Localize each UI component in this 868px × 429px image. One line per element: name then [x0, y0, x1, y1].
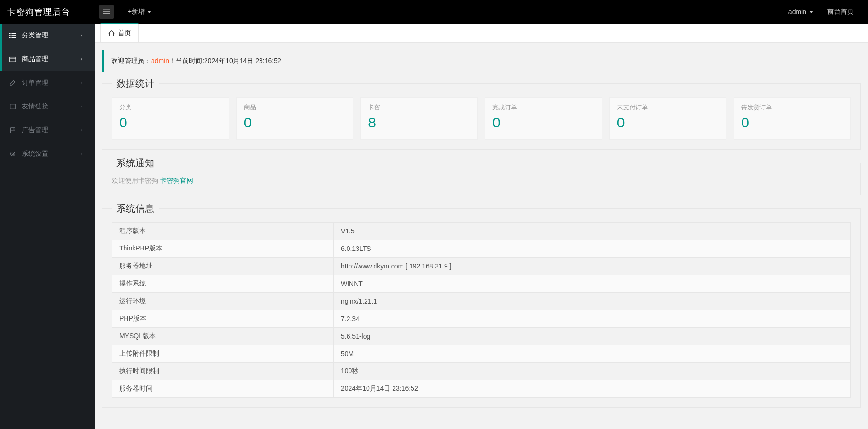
notice-fieldset: 系统通知 欢迎使用卡密狗 卡密狗官网 [102, 157, 861, 195]
chevron-right-icon: 〉 [80, 56, 85, 63]
table-row: 服务器地址http://www.dkym.com [ 192.168.31.9 … [112, 258, 851, 275]
stat-card[interactable]: 未支付订单0 [609, 97, 727, 140]
svg-rect-6 [11, 35, 16, 36]
svg-rect-9 [10, 57, 16, 62]
top-header: 卡密狗管理后台 +新增 admin 前台首页 [0, 0, 868, 24]
sysinfo-value: 2024年10月14日 23:16:52 [334, 380, 851, 398]
stat-card[interactable]: 完成订单0 [485, 97, 602, 140]
sysinfo-key: 程序版本 [112, 223, 334, 240]
chevron-right-icon: 〉 [80, 32, 85, 39]
table-row: 服务器时间2024年10月14日 23:16:52 [112, 380, 851, 398]
sidebar-item-label: 分类管理 [22, 31, 48, 40]
sysinfo-value: WINNT [334, 275, 851, 293]
tab-home[interactable]: 首页 [100, 23, 139, 42]
sysinfo-title: 系统信息 [112, 202, 159, 215]
sysinfo-key: PHP版本 [112, 310, 334, 328]
sidebar-item-order[interactable]: 订单管理 〉 [0, 71, 95, 95]
svg-point-13 [12, 153, 14, 155]
sysinfo-value: V1.5 [334, 223, 851, 240]
sysinfo-value: 6.0.13LTS [334, 240, 851, 258]
chevron-right-icon: 〉 [80, 127, 85, 134]
sysinfo-value: 100秒 [334, 363, 851, 380]
chevron-right-icon: 〉 [80, 80, 85, 87]
main-content: 首页 欢迎管理员：admin！当前时间:2024年10月14日 23:16:52… [95, 24, 868, 429]
stat-value: 0 [492, 115, 595, 131]
welcome-suffix: ！当前时间:2024年10月14日 23:16:52 [169, 57, 281, 64]
stat-label: 卡密 [368, 103, 470, 112]
sysinfo-value: 50M [334, 345, 851, 363]
stat-card[interactable]: 分类0 [112, 97, 229, 140]
sysinfo-key: 操作系统 [112, 275, 334, 293]
stat-value: 0 [119, 115, 222, 131]
sysinfo-key: 上传附件限制 [112, 345, 334, 363]
notice-link[interactable]: 卡密狗官网 [160, 177, 193, 184]
caret-down-icon [147, 11, 151, 13]
sysinfo-key: 服务器时间 [112, 380, 334, 398]
stat-card[interactable]: 商品0 [236, 97, 354, 140]
menu-toggle-button[interactable] [99, 5, 114, 19]
table-row: 程序版本V1.5 [112, 223, 851, 240]
stat-card[interactable]: 卡密8 [360, 97, 478, 140]
front-site-link[interactable]: 前台首页 [827, 8, 854, 16]
sysinfo-key: ThinkPHP版本 [112, 240, 334, 258]
stats-fieldset: 数据统计 分类0商品0卡密8完成订单0未支付订单0待发货订单0 [102, 77, 861, 150]
svg-rect-0 [103, 9, 110, 9]
sidebar-item-category[interactable]: 分类管理 〉 [0, 24, 95, 47]
sidebar-item-label: 商品管理 [22, 55, 48, 63]
welcome-admin: admin [151, 57, 169, 64]
stat-value: 0 [244, 115, 346, 131]
svg-rect-5 [9, 35, 11, 36]
sidebar: 分类管理 〉 商品管理 〉 订单管理 〉 友情链接 〉 广告管理 〉 系统设置 … [0, 24, 95, 429]
svg-rect-3 [9, 33, 11, 34]
sysinfo-key: 服务器地址 [112, 258, 334, 275]
svg-rect-4 [11, 33, 16, 34]
svg-rect-8 [11, 37, 16, 38]
user-dropdown[interactable]: admin [788, 8, 813, 16]
sysinfo-key: 执行时间限制 [112, 363, 334, 380]
welcome-prefix: 欢迎管理员： [111, 57, 151, 64]
box-icon [9, 56, 16, 63]
sysinfo-value: http://www.dkym.com [ 192.168.31.9 ] [334, 258, 851, 275]
edit-icon [9, 80, 16, 86]
table-row: 上传附件限制50M [112, 345, 851, 363]
sidebar-item-label: 订单管理 [22, 79, 48, 87]
stat-label: 未支付订单 [617, 103, 719, 112]
hamburger-icon [103, 8, 110, 16]
svg-rect-1 [103, 11, 110, 12]
table-row: MYSQL版本5.6.51-log [112, 328, 851, 345]
add-new-dropdown[interactable]: +新增 [128, 8, 151, 16]
sidebar-item-ads[interactable]: 广告管理 〉 [0, 118, 95, 142]
sysinfo-table: 程序版本V1.5ThinkPHP版本6.0.13LTS服务器地址http://w… [112, 222, 851, 398]
notice-title: 系统通知 [112, 157, 159, 170]
sysinfo-value: 5.6.51-log [334, 328, 851, 345]
logo: 卡密狗管理后台 [0, 6, 95, 18]
stat-value: 0 [741, 115, 843, 131]
stat-label: 完成订单 [492, 103, 595, 112]
user-label: admin [788, 8, 806, 16]
sidebar-item-links[interactable]: 友情链接 〉 [0, 95, 95, 118]
caret-down-icon [809, 11, 813, 13]
table-row: 操作系统WINNT [112, 275, 851, 293]
link-icon [9, 103, 16, 110]
list-icon [9, 32, 16, 39]
tab-label: 首页 [118, 29, 131, 37]
sidebar-item-label: 系统设置 [22, 150, 48, 158]
notice-text: 欢迎使用卡密狗 [112, 177, 158, 184]
table-row: 执行时间限制100秒 [112, 363, 851, 380]
table-row: 运行环境nginx/1.21.1 [112, 293, 851, 310]
stat-card[interactable]: 待发货订单0 [734, 97, 851, 140]
home-icon [108, 30, 115, 37]
stat-label: 商品 [244, 103, 346, 112]
svg-point-12 [11, 152, 15, 156]
svg-rect-11 [10, 104, 16, 109]
gear-icon [9, 151, 16, 157]
sidebar-item-product[interactable]: 商品管理 〉 [0, 47, 95, 71]
sidebar-item-settings[interactable]: 系统设置 〉 [0, 142, 95, 166]
sysinfo-fieldset: 系统信息 程序版本V1.5ThinkPHP版本6.0.13LTS服务器地址htt… [102, 202, 861, 408]
chevron-right-icon: 〉 [80, 103, 85, 110]
add-new-label: +新增 [128, 8, 145, 16]
sysinfo-key: MYSQL版本 [112, 328, 334, 345]
sysinfo-value: 7.2.34 [334, 310, 851, 328]
stat-value: 0 [617, 115, 719, 131]
table-row: PHP版本7.2.34 [112, 310, 851, 328]
